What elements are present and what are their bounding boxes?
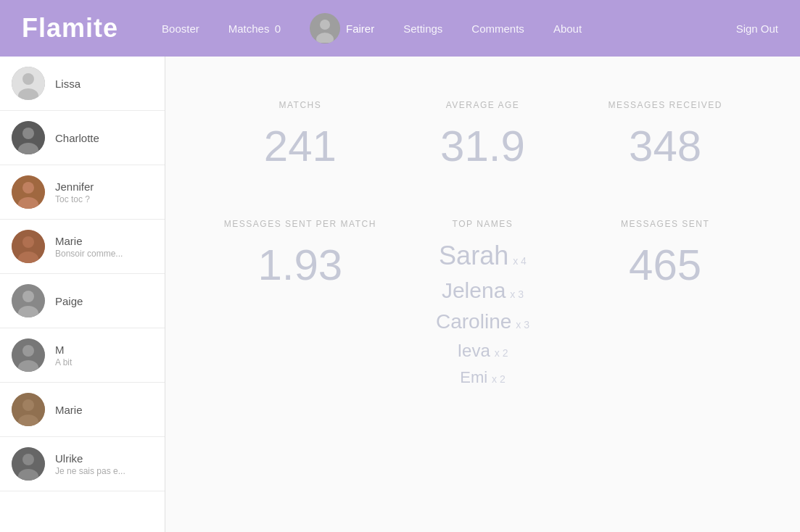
stat-matchs: MATCHS 241 [209,86,392,190]
name-caroline: Caroline [436,310,511,333]
svg-point-22 [22,399,34,411]
avatar [12,175,45,209]
profile-avatar-nav [310,13,340,43]
contact-name: Ulrike [55,452,125,465]
stat-top-names: TOP NAMES Sarah x 4 Jelena x 3 Caroline … [392,204,574,402]
contact-name: M [55,344,72,356]
count-ieva: x 2 [495,347,508,359]
avatar [12,284,45,317]
contact-message: Je ne sais pas e... [55,466,125,476]
nav-matches[interactable]: Matches 0 [228,22,281,35]
contact-message: Toc toc ? [55,194,94,204]
stat-avg-age: AVERAGE AGE 31.9 [392,86,574,190]
svg-point-19 [22,345,34,357]
list-item[interactable]: M A bit [0,328,165,383]
list-item[interactable]: Charlotte [0,111,165,165]
nav-comments[interactable]: Comments [471,22,524,35]
count-emi: x 2 [492,373,506,385]
list-item[interactable]: Jennifer Toc toc ? [0,165,165,220]
stats-grid: MATCHS 241 AVERAGE AGE 31.9 MESSAGES REC… [209,86,756,402]
svg-point-7 [22,128,34,139]
svg-point-13 [22,236,34,248]
list-item[interactable]: Ulrike Je ne sais pas e... [0,437,165,491]
stat-messages-sent-value: 465 [629,244,701,287]
svg-point-16 [22,291,34,302]
sidebar: Lissa Charlotte [0,57,165,532]
contact-name: Marie [55,235,123,247]
svg-point-4 [22,73,34,85]
nav-settings[interactable]: Settings [403,22,442,35]
nav-profile-name: Fairer [346,22,374,35]
contact-name: Paige [55,295,83,307]
avatar [12,447,45,481]
count-sarah: x 4 [513,255,527,267]
navigation: Booster Matches 0 Fairer Settings Commen… [162,13,736,43]
svg-point-25 [22,454,34,465]
name-ieva: Ieva [457,341,490,361]
stat-messages-sent-label: MESSAGES SENT [621,219,709,229]
stat-messages-per-match-value: 1.93 [257,244,342,287]
avatar [12,230,45,263]
content-area: MATCHS 241 AVERAGE AGE 31.9 MESSAGES REC… [165,57,800,532]
top-name-ieva: Ieva x 2 [457,341,508,361]
contact-name: Charlotte [55,132,99,144]
list-item[interactable]: Lissa [0,57,165,111]
list-item[interactable]: Paige [0,274,165,328]
stat-messages-sent: MESSAGES SENT 465 [574,204,756,402]
top-name-sarah: Sarah x 4 [439,241,527,271]
nav-about[interactable]: About [553,22,582,35]
contact-name: Marie [55,404,83,416]
nav-profile[interactable]: Fairer [310,13,374,43]
stat-avg-age-label: AVERAGE AGE [446,100,520,110]
stat-messages-received-label: MESSAGES RECEIVED [608,100,722,110]
top-name-jelena: Jelena x 3 [442,278,524,303]
main-layout: Lissa Charlotte [0,57,800,532]
svg-point-1 [320,20,330,30]
avatar [12,67,45,100]
avatar [12,338,45,372]
svg-point-10 [22,182,34,194]
count-jelena: x 3 [510,288,524,300]
stat-top-names-label: TOP NAMES [453,219,514,229]
list-item[interactable]: Marie [0,383,165,437]
avatar [12,121,45,154]
list-item[interactable]: Marie Bonsoir comme... [0,220,165,274]
contact-message: Bonsoir comme... [55,249,123,259]
avatar [12,393,45,426]
name-emi: Emi [460,368,487,387]
count-caroline: x 3 [516,319,529,331]
logo: Flamite [22,13,118,43]
top-name-emi: Emi x 2 [460,368,506,387]
stat-matchs-value: 241 [264,125,337,168]
stat-messages-received: MESSAGES RECEIVED 348 [574,86,756,190]
name-sarah: Sarah [439,241,508,271]
name-jelena: Jelena [442,278,506,303]
stat-messages-received-value: 348 [629,125,701,168]
sign-out-button[interactable]: Sign Out [736,22,778,35]
header: Flamite Booster Matches 0 Fairer Setting… [0,0,800,57]
contact-message: A bit [55,357,72,367]
contact-name: Lissa [55,78,81,90]
stat-avg-age-value: 31.9 [440,125,525,168]
stat-matchs-label: MATCHS [279,100,321,110]
contact-name: Jennifer [55,180,94,193]
stat-messages-per-match-label: MESSAGES SENT PER MATCH [224,219,376,229]
stat-messages-per-match: MESSAGES SENT PER MATCH 1.93 [209,204,392,402]
top-name-caroline: Caroline x 3 [436,310,529,333]
nav-booster[interactable]: Booster [162,22,199,35]
